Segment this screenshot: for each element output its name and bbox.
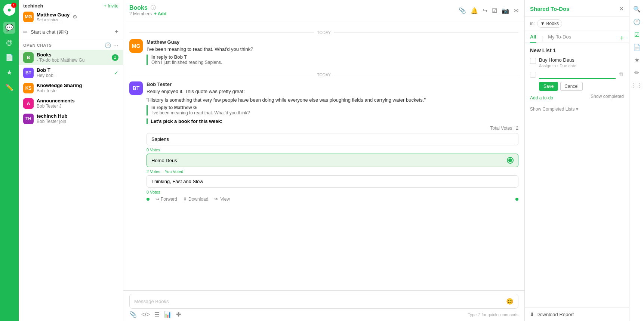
- delete-new-todo-icon[interactable]: 🗑: [619, 71, 624, 77]
- mute-icon[interactable]: 🔔: [471, 7, 478, 14]
- new-todo-input-area: [539, 71, 616, 79]
- assign-to-label[interactable]: Assign to: [539, 64, 556, 68]
- open-chats-label: OPEN CHATS: [23, 43, 52, 47]
- poll-option-homodeus-text: Homo Deus: [151, 158, 177, 163]
- star-icon[interactable]: ★: [3, 67, 15, 78]
- star-right-icon[interactable]: ★: [632, 55, 642, 65]
- poll-votes-sapiens: 0 Votes: [147, 148, 518, 152]
- todo-item-buy-homo-deus: Buy Homo Deus Assign to • Due date: [530, 57, 624, 68]
- info-icon[interactable]: ⓘ: [151, 4, 156, 11]
- message-actions-bob: ↪ Forward ⬇ Download 👁 View: [147, 197, 518, 202]
- download-action[interactable]: ⬇ Download: [183, 197, 208, 202]
- poll-option-homodeus[interactable]: Homo Deus: [147, 154, 518, 167]
- date-divider-today-2: TODAY: [129, 72, 518, 77]
- video-icon[interactable]: 📷: [502, 7, 509, 14]
- history-icon[interactable]: 🕐: [105, 42, 111, 48]
- quick-commands-hint: Type '/' for quick commands: [468, 312, 518, 317]
- cancel-todo-button[interactable]: Cancel: [560, 82, 582, 91]
- attach-icon[interactable]: 📎: [129, 311, 137, 318]
- history-right-icon[interactable]: 🕐: [632, 16, 642, 27]
- invite-button[interactable]: + Invite: [104, 3, 118, 9]
- mentions-icon[interactable]: @: [3, 37, 15, 49]
- notes-icon[interactable]: 📄: [3, 52, 15, 64]
- forward-label: Forward: [161, 197, 177, 202]
- chat-preview-bobt: Hey bob!: [37, 73, 111, 78]
- text-format-icon[interactable]: ☰: [154, 311, 160, 318]
- user-status[interactable]: Set a status...: [37, 18, 70, 22]
- start-chat-label: Start a chat (⌘K): [31, 29, 111, 35]
- add-show-row: Add a to-do Show completed: [530, 92, 624, 101]
- checklist-icon[interactable]: ☑: [492, 7, 497, 14]
- message-input-area: Message Books 😊 📎 </> ☰ 📊 ✤ Type '/' for…: [123, 290, 524, 321]
- right-icon-bar: 🔍 🕐 ☑ 📄 ★ ✏ ⋮⋮: [629, 0, 644, 321]
- download-report-label: Download Report: [536, 312, 574, 317]
- chat-check-bobt: ✓: [114, 70, 118, 76]
- view-action[interactable]: 👁 View: [214, 197, 230, 202]
- email-icon[interactable]: ✉: [514, 7, 518, 14]
- todo-checkbox-buy-homo-deus[interactable]: [530, 58, 536, 64]
- chat-preview-books: - To-do bot: Matthew Gu: [37, 58, 109, 63]
- pencil-icon[interactable]: ✏️: [3, 81, 15, 93]
- members-row: 2 Members + Add: [129, 11, 166, 16]
- doc-right-icon[interactable]: 📄: [632, 42, 642, 52]
- show-completed-lists-label: Show Completed Lists: [530, 107, 574, 112]
- settings-right-icon[interactable]: ✏: [632, 67, 642, 78]
- due-date-label[interactable]: Due date: [560, 64, 576, 68]
- settings-icon[interactable]: ⚙: [73, 14, 77, 20]
- filter-chip[interactable]: ▼ Books: [537, 19, 562, 28]
- download-report-icon: ⬇: [530, 312, 534, 317]
- chat-name-announcements: Announcements: [37, 98, 118, 104]
- search-right-icon[interactable]: 🔍: [632, 4, 642, 14]
- new-todo-checkbox: [530, 72, 536, 78]
- save-todo-button[interactable]: Save: [539, 82, 558, 91]
- forward-action[interactable]: ↪ Forward: [155, 197, 177, 202]
- notification-badge: 1: [11, 3, 16, 8]
- chat-info-books: Books - To-do bot: Matthew Gu: [37, 52, 109, 63]
- attachment-icon[interactable]: 📎: [459, 7, 466, 14]
- poll-option-thinking-text: Thinking, Fast and Slow: [151, 179, 203, 184]
- sidebar-item-books[interactable]: B Books - To-do bot: Matthew Gu 2: [19, 50, 123, 65]
- workspace-name: techinch: [23, 3, 43, 9]
- view-label: View: [220, 197, 230, 202]
- message-header-matthew: Matthew Guay: [147, 39, 518, 45]
- reply-block-matthew: in reply to Bob T Ohh I just finished re…: [147, 55, 518, 65]
- sidebar-item-techinch-hub[interactable]: TH techinch Hub Bob Tester join: [19, 111, 123, 126]
- tab-my-todos[interactable]: My To-Dos: [548, 34, 571, 43]
- dot-indicator-1: [147, 198, 150, 201]
- app-logo[interactable]: ● 1: [3, 4, 15, 16]
- add-members-button[interactable]: + Add: [154, 11, 166, 16]
- poll-option-sapiens[interactable]: Sapiens: [147, 133, 518, 145]
- todo-close-button[interactable]: ✕: [619, 5, 624, 12]
- sidebar: techinch + Invite MG Matthew Guay Set a …: [19, 0, 123, 321]
- chat-icon[interactable]: 💬: [3, 22, 15, 34]
- todo-right-icon[interactable]: ☑: [632, 29, 642, 40]
- chart-icon[interactable]: 📊: [164, 311, 172, 318]
- message-group-bob: BT Bob Tester Really enjoyed it. This qu…: [129, 81, 518, 202]
- chat-name-books: Books: [37, 52, 109, 58]
- show-completed-lists-button[interactable]: Show Completed Lists ▾: [530, 107, 624, 112]
- todo-add-tab-button[interactable]: +: [620, 34, 624, 42]
- chevron-down-icon: ▾: [576, 107, 578, 112]
- emoji-icon[interactable]: 😊: [506, 298, 514, 305]
- grid-right-icon[interactable]: ⋮⋮: [632, 80, 642, 90]
- user-row: MG Matthew Guay Set a status... ⚙: [19, 10, 123, 25]
- start-chat-row[interactable]: ✏ Start a chat (⌘K) +: [19, 25, 123, 39]
- sidebar-item-bobt[interactable]: BT Bob T Hey bob! ✓: [19, 65, 123, 80]
- message-input-box[interactable]: Message Books 😊: [129, 294, 518, 309]
- leave-icon[interactable]: ↪: [483, 7, 487, 14]
- new-todo-input[interactable]: [539, 71, 616, 79]
- new-chat-plus-icon[interactable]: +: [114, 28, 118, 36]
- more-options-icon[interactable]: ⋯: [113, 42, 118, 48]
- messages-area[interactable]: TODAY MG Matthew Guay I've been meaning …: [123, 21, 524, 290]
- more-input-icon[interactable]: ✤: [176, 311, 181, 318]
- download-report-button[interactable]: ⬇ Download Report: [530, 312, 624, 317]
- poll-option-thinking[interactable]: Thinking, Fast and Slow: [147, 175, 518, 188]
- sidebar-item-announcements[interactable]: A Announcements Bob Tester J: [19, 96, 123, 111]
- add-todo-link[interactable]: Add a to-do: [530, 95, 553, 101]
- chat-avatar-announcements: A: [23, 98, 34, 109]
- tab-all[interactable]: All: [530, 34, 536, 43]
- show-completed-link[interactable]: Show completed: [591, 94, 624, 99]
- code-icon[interactable]: </>: [141, 311, 150, 318]
- sidebar-item-knowledge[interactable]: KS Knowledge Sharing Bob Teste: [19, 80, 123, 96]
- chat-info-bobt: Bob T Hey bob!: [37, 67, 111, 78]
